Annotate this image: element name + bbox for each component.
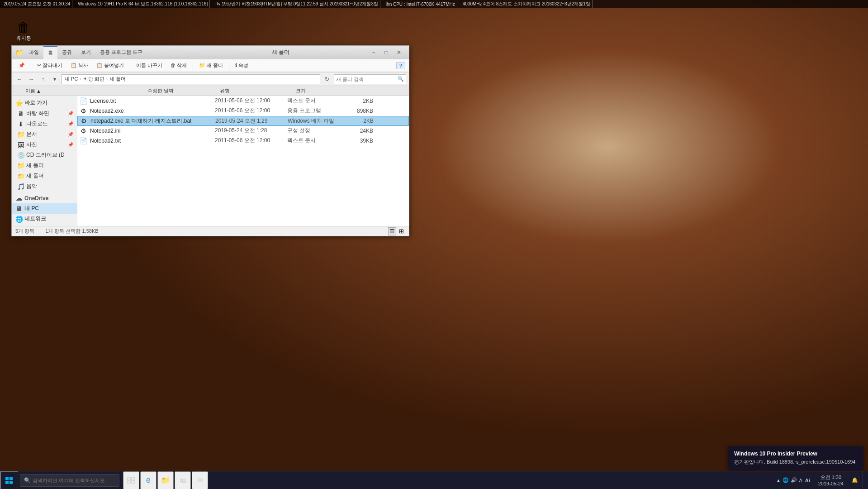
sidebar-favorites-label: 바로 가기 xyxy=(24,99,47,107)
file-date-notepad2txt: 2011-05-06 오전 12:00 xyxy=(215,137,287,144)
search-input[interactable] xyxy=(336,77,398,82)
start-button[interactable] xyxy=(0,471,18,489)
tab-tools[interactable]: 응용 프로그램 도구 xyxy=(95,46,147,59)
sidebar-newfolder2-label: 새 폴더 xyxy=(26,172,44,180)
up-button[interactable]: ↑ xyxy=(38,74,48,84)
search-taskbar-icon: 🔍 xyxy=(24,477,31,484)
file-list: 📄 License.txt 2011-05-06 오전 12:00 텍스트 문서… xyxy=(77,96,409,226)
show-desktop-button[interactable] xyxy=(863,471,866,489)
text-file-icon-1: 📄 xyxy=(79,97,87,105)
onedrive-icon: ☁ xyxy=(15,195,23,202)
path-segment-pc[interactable]: 내 PC xyxy=(65,76,78,82)
toolbar-rename[interactable]: 이름 바꾸기 xyxy=(133,61,166,70)
toolbar-pin-button[interactable]: 📌 xyxy=(15,61,28,70)
tiles-view-button[interactable]: ⊞ xyxy=(397,227,405,235)
explorer-taskbar-button[interactable]: 📁 xyxy=(157,471,174,489)
taskbar-icon-group: e 📁 🛍 ✉ xyxy=(123,471,208,489)
path-segment-folder[interactable]: 새 폴더 xyxy=(109,76,126,82)
col-header-name[interactable]: 이름 ▲ xyxy=(12,87,147,94)
table-row[interactable]: ⚙ Notepad2.ini 2019-05-24 오전 1:28 구성 설정 … xyxy=(77,126,409,136)
file-type-bat: Windows 배치 파일 xyxy=(288,117,342,125)
sidebar-item-cddrive[interactable]: 💿 CD 드라이브 (D xyxy=(12,150,77,160)
task-view-button[interactable] xyxy=(123,471,139,489)
ribbon-tabs: 파일 홈 공유 보기 응용 프로그램 도구 xyxy=(24,46,194,59)
sidebar-section-mypc[interactable]: 🖥 내 PC xyxy=(12,203,77,214)
col-header-size[interactable]: 크기 xyxy=(274,87,310,94)
refresh-button[interactable]: ↻ xyxy=(322,74,332,84)
file-size-notepad2exe: 898KB xyxy=(342,108,378,114)
file-size-notepad2txt: 39KB xyxy=(342,138,378,144)
sidebar-cddrive-label: CD 드라이브 (D xyxy=(26,151,65,159)
file-size-ini: 24KB xyxy=(342,128,378,134)
taskbar-search-input[interactable] xyxy=(33,478,115,483)
sidebar-item-newfolder1[interactable]: 📁 새 폴더 xyxy=(12,160,77,171)
maximize-button[interactable]: □ xyxy=(380,46,393,59)
sidebar-item-newfolder2[interactable]: 📁 새 폴더 xyxy=(12,171,77,181)
sidebar-section-network[interactable]: 🌐 네트워크 xyxy=(12,214,77,224)
sidebar-documents-label: 문서 xyxy=(26,130,37,138)
sidebar-item-desktop[interactable]: 🖥 바탕 화면 📌 xyxy=(12,108,77,119)
ime-hangul-icon: Ai xyxy=(805,478,810,483)
clock-display[interactable]: 오전 1:30 2019-05-24 xyxy=(815,471,847,489)
svg-rect-4 xyxy=(128,478,131,480)
star-icon: ⭐ xyxy=(15,100,23,107)
desktop-icon-recycle[interactable]: 🗑 휴지통 xyxy=(9,18,38,43)
view-buttons: ☰ ⊞ xyxy=(388,227,405,235)
clock-time: 오전 1:30 xyxy=(821,474,841,481)
help-button[interactable]: ? xyxy=(396,62,405,69)
notification-icon[interactable]: 🔔 xyxy=(848,471,862,489)
toolbar-new-folder[interactable]: 📁 새 폴더 xyxy=(196,61,226,70)
sidebar-section-onedrive[interactable]: ☁ OneDrive xyxy=(12,193,77,203)
table-row[interactable]: 📄 Notepad2.txt 2011-05-06 오전 12:00 텍스트 문… xyxy=(77,136,409,146)
sidebar-item-documents[interactable]: 📁 문서 📌 xyxy=(12,129,77,139)
sidebar-desktop-label: 바탕 화면 xyxy=(26,110,49,117)
toolbar-copy[interactable]: 📋 복사 xyxy=(67,61,91,70)
exe-icon-1: ⚙ xyxy=(79,107,87,115)
toolbar-delete[interactable]: 🗑 삭제 xyxy=(167,61,190,70)
recycle-bin-icon: 🗑 xyxy=(16,20,31,34)
store-button[interactable]: 🛍 xyxy=(175,471,191,489)
edge-button[interactable]: e xyxy=(140,471,157,489)
toolbar-cut[interactable]: ✂ 잘라내기 xyxy=(34,61,66,70)
col-header-type[interactable]: 유형 xyxy=(220,87,274,94)
details-view-button[interactable]: ☰ xyxy=(388,227,396,235)
taskbar-right-area: ▲ 🌐 🔊 A Ai 오전 1:30 2019-05-24 🔔 xyxy=(772,471,868,489)
tab-share[interactable]: 공유 xyxy=(57,46,76,59)
pin-icon-desktop: 📌 xyxy=(68,111,73,116)
mem-info: 4000MHz 4코어 8스레드 스카이레이크 20160322~3년2개월1일 xyxy=(461,0,593,8)
minimize-button[interactable]: − xyxy=(367,46,380,59)
table-row[interactable]: ⚙ notepad2.exe 로 대체하기-레지스트리.bat 2019-05-… xyxy=(77,116,409,126)
toolbar-paste[interactable]: 📋 붙여넣기 xyxy=(93,61,127,70)
mail-button[interactable]: ✉ xyxy=(192,471,208,489)
back-button[interactable]: ← xyxy=(14,74,24,84)
taskbar-search-box[interactable]: 🔍 xyxy=(20,474,119,487)
tab-view[interactable]: 보기 xyxy=(76,46,95,59)
notification-line1: 평가판입니다. Build 18898.rs_prerelease.190510… xyxy=(734,459,857,465)
path-arrow-1: › xyxy=(80,77,81,82)
sidebar-item-downloads[interactable]: ⬇ 다운로드 📌 xyxy=(12,119,77,129)
address-path[interactable]: 내 PC › 바탕 화면 › 새 폴더 xyxy=(62,74,320,84)
tab-home[interactable]: 홈 xyxy=(43,46,57,59)
download-icon: ⬇ xyxy=(17,120,24,128)
sidebar-mypc-label: 내 PC xyxy=(24,205,39,212)
toolbar-properties[interactable]: ℹ 속성 xyxy=(232,61,251,70)
search-box[interactable]: 🔍 xyxy=(334,74,406,84)
close-button[interactable]: ✕ xyxy=(393,46,405,59)
sidebar-item-pictures[interactable]: 🖼 사진 📌 xyxy=(12,139,77,150)
file-date-license: 2011-05-06 오전 12:00 xyxy=(215,97,287,105)
recent-button[interactable]: ▾ xyxy=(50,74,60,84)
search-icon: 🔍 xyxy=(398,76,404,82)
forward-button[interactable]: → xyxy=(26,74,36,84)
sidebar-downloads-label: 다운로드 xyxy=(26,120,48,128)
system-tray[interactable]: ▲ 🌐 🔊 A Ai xyxy=(772,471,813,489)
table-row[interactable]: 📄 License.txt 2011-05-06 오전 12:00 텍스트 문서… xyxy=(77,96,409,106)
file-size-bat: 2KB xyxy=(342,118,378,124)
svg-rect-0 xyxy=(5,477,9,480)
file-name-notepad2exe: ⚙ Notepad2.exe xyxy=(79,107,215,115)
tab-file[interactable]: 파일 xyxy=(24,46,43,59)
col-header-date[interactable]: 수정한 날짜 xyxy=(147,87,220,94)
path-segment-desktop[interactable]: 바탕 화면 xyxy=(83,76,104,82)
table-row[interactable]: ⚙ Notepad2.exe 2011-05-06 오전 12:00 응용 프로… xyxy=(77,106,409,116)
sidebar: ⭐ 바로 가기 🖥 바탕 화면 📌 ⬇ 다운로드 📌 📁 문서 📌 xyxy=(12,96,77,226)
sidebar-item-music[interactable]: 🎵 음악 xyxy=(12,181,77,192)
